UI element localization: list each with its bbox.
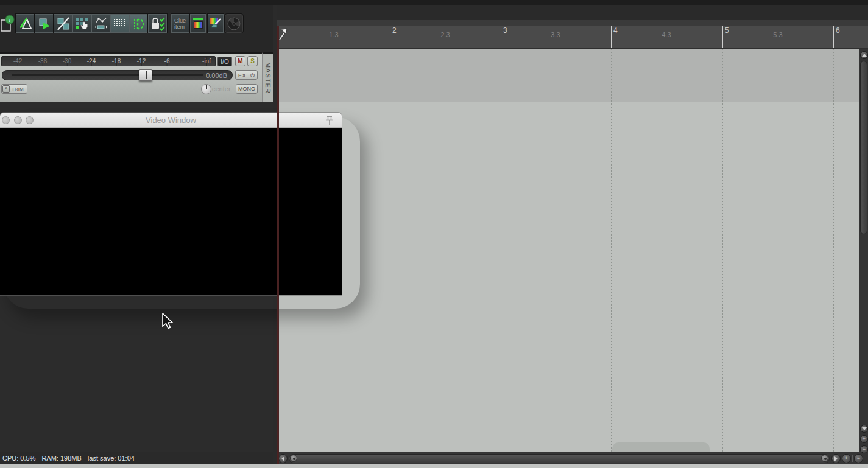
scrollbar-divider: [852, 455, 853, 462]
ruler-beat-label: 2.3: [440, 31, 450, 38]
scroll-down-button[interactable]: [860, 425, 868, 433]
nuclear-button[interactable]: [225, 14, 243, 33]
h-zoom-out-button[interactable]: −: [854, 454, 863, 463]
solo-button[interactable]: S: [247, 56, 258, 66]
envelope-segment-button[interactable]: [91, 14, 110, 33]
group-disable-button[interactable]: [54, 14, 72, 33]
volume-readout: 0.00dB: [206, 72, 227, 79]
item-paint-button[interactable]: [208, 14, 224, 33]
meter-db-label: -12: [137, 58, 146, 65]
ruler-measure-label: 4: [613, 26, 618, 35]
ruler-start-marker-icon: [278, 27, 289, 41]
horizontal-scroll-thumb[interactable]: [289, 454, 830, 463]
ruler-beat-label: 1.3: [329, 31, 338, 38]
meter-db-label: -6: [164, 58, 170, 65]
video-window[interactable]: Video Window: [0, 113, 342, 295]
item-move-icon: [37, 16, 52, 31]
edit-cursor-line: [277, 26, 279, 464]
envelope-triangle-icon: [18, 16, 33, 31]
fx-label: FX: [238, 72, 247, 79]
trim-caret-icon: ^: [2, 85, 10, 93]
envelope-arm-button[interactable]: [16, 14, 35, 33]
glue-item-button[interactable]: Glue item: [171, 14, 189, 33]
item-color-icon: [193, 18, 203, 29]
item-paint-icon: [210, 18, 222, 30]
horizontal-scrollbar[interactable]: + −: [277, 452, 868, 464]
item-color-button[interactable]: [190, 14, 206, 33]
ruler-measure-label: 6: [836, 26, 840, 35]
ruler-upper-band: [277, 20, 868, 26]
ruler-tick-line: [833, 26, 834, 48]
scroll-down-icon: [862, 427, 867, 430]
v-zoom-in-button[interactable]: +: [860, 435, 868, 443]
meter-db-label: -36: [38, 58, 47, 65]
scroll-up-icon: [862, 54, 867, 57]
item-move-button[interactable]: [35, 14, 54, 33]
arrange-view[interactable]: [277, 49, 859, 452]
fx-button[interactable]: FX ⏻: [235, 70, 258, 80]
trim-mode-button[interactable]: ^ TRIM: [1, 84, 27, 94]
mono-label: MONO: [238, 86, 255, 92]
ruler-measure-label: 2: [392, 26, 397, 35]
ruler-measure-label: 5: [725, 26, 729, 35]
ripple-edit-button[interactable]: [129, 14, 148, 33]
ruler-beat-label: 4.3: [662, 31, 671, 38]
pan-knob[interactable]: [201, 84, 211, 94]
ruler-tick-line: [611, 26, 612, 48]
io-label: I/O: [221, 58, 228, 65]
svg-text:i: i: [9, 16, 11, 23]
cpu-usage: CPU: 0.5%: [2, 455, 35, 462]
timeline-ruler[interactable]: 234561.32.33.34.35.3: [277, 26, 868, 49]
mono-button[interactable]: MONO: [236, 84, 258, 94]
scroll-up-button[interactable]: [860, 51, 868, 59]
last-save-time: last save: 01:04: [88, 455, 135, 462]
pushpin-icon[interactable]: [325, 115, 334, 126]
arrange-header-area: [277, 5, 868, 20]
h-zoom-in-button[interactable]: +: [842, 454, 851, 463]
fx-power-icon[interactable]: ⏻: [250, 72, 255, 79]
item-grouping-button[interactable]: [72, 14, 91, 33]
scroll-right-button[interactable]: [831, 454, 841, 463]
grid-line: [390, 49, 390, 452]
fx-divider: [249, 72, 249, 79]
vertical-scroll-thumb[interactable]: [860, 61, 867, 234]
ram-usage: RAM: 198MB: [41, 455, 81, 462]
solo-label: S: [250, 58, 255, 65]
glue-item-label: Glue item: [172, 18, 189, 30]
video-window-title: Video Window: [0, 116, 342, 125]
io-button[interactable]: I/O: [217, 57, 232, 66]
meter-db-label: -24: [87, 58, 96, 65]
video-window-titlebar[interactable]: Video Window: [0, 113, 342, 128]
main-toolbar: i: [0, 5, 273, 54]
project-info-button[interactable]: i: [0, 14, 15, 33]
plus-icon: +: [863, 436, 866, 442]
ruler-tick-line: [501, 26, 501, 48]
fader-handle[interactable]: [139, 69, 152, 81]
ruler-beat-label: 5.3: [773, 31, 782, 38]
thumb-left-cap: [290, 455, 297, 462]
ruler-tick-line: [390, 26, 390, 48]
minus-icon: −: [857, 456, 860, 461]
minus-icon: −: [863, 447, 866, 452]
grid-line: [833, 49, 834, 452]
ruler-beat-label: 3.3: [551, 31, 560, 38]
trim-label: TRIM: [12, 86, 24, 92]
ruler-measure-label: 3: [503, 26, 507, 35]
snap-grid-button[interactable]: [110, 14, 129, 33]
video-display-area: [0, 128, 342, 295]
window-bottom-edge: [0, 464, 868, 468]
grid-line: [722, 49, 723, 452]
v-zoom-out-button[interactable]: −: [860, 445, 868, 453]
scroll-left-button[interactable]: [278, 454, 288, 463]
master-meter-scale[interactable]: -42-36-30-24-18-12-6-inf: [1, 56, 216, 66]
mute-label: M: [238, 58, 242, 65]
master-volume-fader[interactable]: 0.00dB: [2, 70, 233, 80]
vertical-scrollbar[interactable]: + −: [859, 49, 868, 452]
master-track-tab[interactable]: MASTER: [262, 52, 273, 102]
envelope-segment-icon: [94, 16, 108, 31]
radiation-icon: [227, 16, 241, 31]
window-top-strip: [0, 0, 868, 5]
meter-db-label: -inf: [202, 58, 211, 65]
locking-button[interactable]: [148, 14, 167, 33]
mute-button[interactable]: M: [235, 56, 245, 66]
